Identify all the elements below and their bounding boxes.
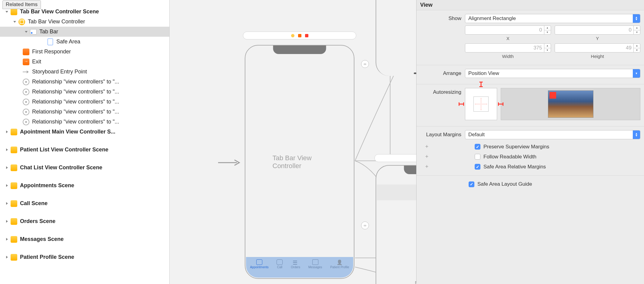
tree-entry-point[interactable]: Storyboard Entry Point — [0, 67, 169, 77]
tree-tabbar[interactable]: Tab Bar — [0, 27, 169, 37]
w-label: Width — [502, 54, 514, 59]
autoresizing-control[interactable] — [465, 88, 497, 120]
tab-item-orders[interactable]: Orders — [291, 259, 300, 269]
tree-first-responder[interactable]: First Responder — [0, 47, 169, 57]
scene-title: Call Scene — [20, 200, 48, 207]
tab-item-call[interactable]: Call — [277, 259, 283, 269]
layout-margins-dropdown[interactable]: Default ▲▼ — [465, 130, 640, 139]
tree-label: Exit — [32, 59, 41, 65]
tab-bar[interactable]: Appointments Call Orders Messages Patien… — [246, 257, 353, 278]
disclosure-right-icon[interactable] — [4, 165, 9, 170]
size-inspector: View Show Alignment Rectangle ▲▼ 0▲▼ X 0… — [416, 0, 644, 284]
scene-title: Orders Scene — [20, 218, 55, 225]
tree-label: Storyboard Entry Point — [32, 69, 87, 75]
layout-margins-label: Layout Margins — [420, 132, 465, 138]
tab-label: Call — [277, 265, 282, 269]
strut-right[interactable] — [498, 104, 503, 105]
add-button[interactable]: + — [424, 164, 430, 170]
segue-badge-icon[interactable]: ∞ — [361, 60, 369, 68]
x-field[interactable]: 0▲▼ — [465, 25, 551, 35]
scene-title: Appointments Scene — [20, 182, 74, 189]
disclosure-down-icon[interactable] — [12, 19, 17, 24]
safearea-guide-checkbox[interactable] — [469, 181, 474, 187]
storyboard-canvas[interactable]: Tab Bar View Controller Appointments Cal… — [170, 0, 416, 284]
related-items-tab[interactable]: Related Items — [2, 0, 41, 9]
tab-label: Orders — [291, 265, 300, 269]
scene-row[interactable]: Apointment Main View Controller S... — [0, 127, 169, 137]
tree-exit[interactable]: Exit — [0, 57, 169, 67]
tree-label: Relationship "view controllers" to "... — [32, 79, 119, 85]
tree-relationship[interactable]: Relationship "view controllers" to "... — [0, 107, 169, 117]
stepper[interactable]: ▲▼ — [544, 26, 551, 34]
tree-relationship[interactable]: Relationship "view controllers" to "... — [0, 97, 169, 107]
arrange-dropdown[interactable]: Position View ▼ — [465, 69, 640, 78]
disclosure-down-icon[interactable] — [4, 9, 9, 14]
show-dropdown[interactable]: Alignment Rectangle ▲▼ — [465, 14, 640, 23]
disclosure-right-icon[interactable] — [4, 237, 9, 242]
tab-label: Patient Profile — [330, 265, 349, 269]
y-field[interactable]: 0▲▼ — [555, 25, 641, 35]
call-vc-frame[interactable]: Navigation — [376, 165, 416, 284]
scene-row[interactable]: Appointments Scene — [0, 181, 169, 191]
tab-item-appointments[interactable]: Appointments — [250, 259, 268, 269]
chevron-updown-icon: ▲▼ — [633, 14, 640, 23]
autoresize-preview — [501, 88, 640, 120]
scene-title: Messages Scene — [20, 236, 64, 242]
tree-relationship[interactable]: Relationship "view controllers" to "... — [0, 77, 169, 87]
tree-relationship[interactable]: Relationship "view controllers" to "... — [0, 117, 169, 127]
add-button[interactable]: + — [424, 144, 430, 150]
scene-row[interactable]: Call Scene — [0, 198, 169, 208]
tab-label: Messages — [308, 265, 322, 269]
segue-badge-icon[interactable]: ∞ — [361, 221, 369, 229]
appointments-vc-frame[interactable]: Appointments — [376, 0, 416, 76]
tab-item-messages[interactable]: Messages — [308, 259, 322, 269]
scene-row[interactable]: Patient Profile Scene — [0, 252, 169, 262]
checkbox-label: Safe Area Relative Margins — [483, 164, 546, 170]
width-field[interactable]: 375▲▼ — [465, 43, 551, 52]
tree-safearea[interactable]: Safe Area — [0, 37, 169, 47]
disclosure-right-icon[interactable] — [4, 183, 9, 188]
scene-row[interactable]: Messages Scene — [0, 234, 169, 244]
add-button[interactable]: + — [424, 154, 430, 160]
tree-label: Tab Bar View Controller — [28, 19, 85, 25]
home-indicator — [414, 73, 416, 74]
readable-width-checkbox[interactable] — [475, 154, 480, 160]
calendar-icon — [256, 259, 262, 265]
disclosure-right-icon[interactable] — [4, 219, 9, 224]
stepper[interactable]: ▲▼ — [633, 44, 640, 52]
vc-icon — [291, 34, 294, 37]
tree-label: Relationship "view controllers" to "... — [32, 89, 119, 95]
tree-label: Relationship "view controllers" to "... — [32, 119, 119, 125]
h-label: Height — [591, 54, 604, 59]
tree-relationship[interactable]: Relationship "view controllers" to "... — [0, 87, 169, 97]
person-icon — [337, 259, 343, 265]
scene-title-bar[interactable]: Call — [374, 154, 416, 162]
scene-row[interactable]: Orders Scene — [0, 216, 169, 226]
preserve-margins-checkbox[interactable] — [475, 144, 480, 150]
dropdown-value: Alignment Rectangle — [468, 15, 516, 22]
tab-item-profile[interactable]: Patient Profile — [330, 259, 349, 269]
safearea-margins-checkbox[interactable] — [475, 164, 480, 170]
height-field[interactable]: 49▲▼ — [555, 43, 641, 52]
tabbar-vc-frame[interactable]: Tab Bar View Controller Appointments Cal… — [245, 45, 354, 279]
disclosure-right-icon[interactable] — [4, 147, 9, 152]
disclosure-right-icon[interactable] — [4, 130, 9, 134]
tree-vc[interactable]: Tab Bar View Controller — [0, 17, 169, 27]
scene-row[interactable]: Patient List View Controller Scene — [0, 145, 169, 155]
outline-tree: Tab Bar View Controller Scene Tab Bar Vi… — [0, 0, 169, 284]
disclosure-right-icon[interactable] — [4, 255, 9, 260]
stepper[interactable]: ▲▼ — [633, 26, 640, 34]
scene-title-bar[interactable] — [243, 32, 356, 39]
tree-label: Relationship "view controllers" to "... — [32, 99, 119, 105]
autoresize-label: Autoresizing — [420, 88, 465, 95]
disclosure-down-icon[interactable] — [24, 29, 28, 34]
stepper[interactable]: ▲▼ — [544, 44, 551, 52]
scene-title: Patient List View Controller Scene — [20, 147, 108, 153]
vc-center-label: Tab Bar View Controller — [273, 154, 327, 170]
scene-row[interactable]: Chat List View Controller Scene — [0, 163, 169, 173]
disclosure-right-icon[interactable] — [4, 201, 9, 206]
strut-top[interactable] — [481, 82, 482, 87]
strut-left[interactable] — [459, 104, 464, 105]
field-value: 0 — [539, 27, 542, 33]
tab-label: Appointments — [250, 265, 268, 269]
